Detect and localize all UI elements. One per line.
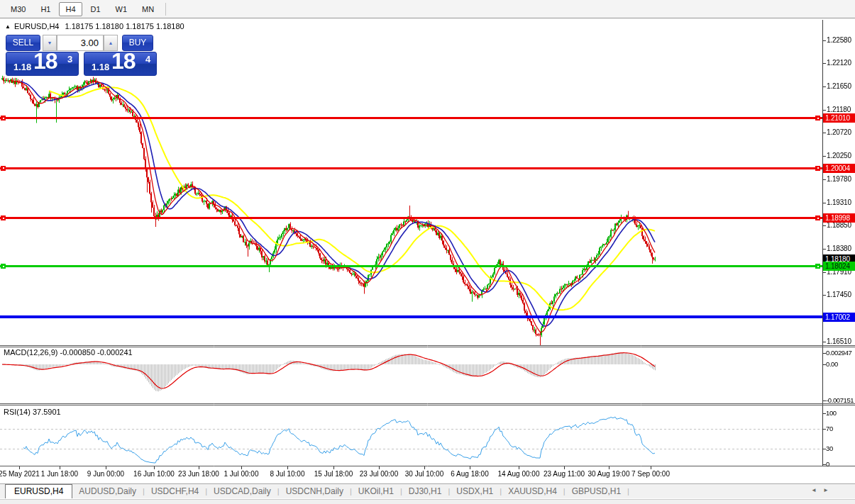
chevron-down-icon: ▼ xyxy=(48,40,53,45)
price-axis-tick: 1.20720 xyxy=(827,128,851,137)
chart-header: ▲ EURUSD,H4 1.18175 1.18180 1.18175 1.18… xyxy=(5,22,184,30)
line-handle[interactable] xyxy=(815,264,820,269)
tab-scroll-left-icon[interactable]: ◄ xyxy=(811,487,817,493)
chart-ohlc-values: 1.18175 1.18180 1.18175 1.18180 xyxy=(65,22,184,30)
chart-tab-usdcnh-daily[interactable]: USDCNH,Daily xyxy=(280,484,350,498)
timeframe-toolbar: M30H1H4D1W1MN xyxy=(0,0,855,18)
price-axis-tick: 1.19780 xyxy=(827,175,851,184)
sell-price-big: 18 xyxy=(33,48,57,74)
horizontal-line-1-18024[interactable] xyxy=(0,265,822,267)
rsi-axis-label: 100 xyxy=(826,409,837,418)
line-handle[interactable] xyxy=(815,116,820,121)
chevron-up-icon: ▲ xyxy=(109,40,114,45)
tab-separator: | xyxy=(627,484,629,498)
chart-tab-ukoil-h1[interactable]: UKOil,H1 xyxy=(352,484,400,498)
time-axis-label: 25 May 2021 xyxy=(0,470,40,478)
macd-axis-label: -0.007151 xyxy=(826,396,854,405)
macd-axis-label: 0.002947 xyxy=(826,349,851,357)
timeframe-button-d1[interactable]: D1 xyxy=(84,2,107,16)
time-axis-label: 30 Aug 19:00 xyxy=(588,470,630,478)
toolbar-divider xyxy=(165,3,166,16)
line-handle[interactable] xyxy=(815,215,820,220)
price-axis-tick: 1.17450 xyxy=(827,291,851,299)
chart-tab-xauusd-h4[interactable]: XAUUSD,H4 xyxy=(502,484,563,498)
line-handle[interactable] xyxy=(1,116,6,121)
line-handle[interactable] xyxy=(1,264,6,269)
chart-tab-eurusd-h4[interactable]: EURUSD,H4 xyxy=(5,484,72,498)
chart-tab-dj30-h1[interactable]: DJ30,H1 xyxy=(402,484,448,498)
line-handle[interactable] xyxy=(1,215,6,220)
price-axis-tick: 1.20250 xyxy=(827,152,851,160)
horizontal-line-1-21010[interactable] xyxy=(0,117,822,119)
timeframe-button-m30[interactable]: M30 xyxy=(4,2,32,16)
rsi-axis-label: 30 xyxy=(826,444,833,453)
horizontal-line-1-20004[interactable] xyxy=(0,167,822,169)
buy-price-prefix: 1.18 xyxy=(92,62,109,72)
collapse-arrow-icon[interactable]: ▲ xyxy=(5,23,11,30)
chart-tab-usdcad-daily[interactable]: USDCAD,Daily xyxy=(207,484,277,498)
price-axis-tick: 1.19310 xyxy=(827,198,851,207)
time-axis-label: 6 Aug 18:00 xyxy=(451,470,488,478)
rsi-axis-label: 0 xyxy=(826,460,829,469)
timeframe-button-h4[interactable]: H4 xyxy=(59,2,82,16)
status-bar xyxy=(0,499,855,504)
timeframe-button-mn[interactable]: MN xyxy=(136,2,160,16)
sell-price-pip: 3 xyxy=(67,54,72,65)
price-axis-tick: 1.21650 xyxy=(827,82,851,91)
price-axis-tick: 1.18380 xyxy=(827,245,851,253)
time-axis-label: 8 Jul 10:00 xyxy=(270,470,305,478)
volume-input[interactable] xyxy=(57,35,104,51)
horizontal-line-1-18998[interactable] xyxy=(0,217,822,219)
time-axis-label: 9 Jun 00:00 xyxy=(87,470,124,478)
chart-tab-usdx-h1[interactable]: USDX,H1 xyxy=(450,484,500,498)
macd-indicator-label: MACD(12,26,9) -0.000850 -0.000241 xyxy=(4,348,133,357)
time-axis-label: 14 Aug 00:00 xyxy=(498,470,540,478)
time-axis-label: 16 Jun 10:00 xyxy=(133,470,175,478)
line-handle[interactable] xyxy=(1,166,6,171)
macd-axis-label: 0.00 xyxy=(826,360,838,369)
line-handle[interactable] xyxy=(815,166,820,171)
time-axis-label: 7 Sep 00:00 xyxy=(631,470,670,478)
time-axis-label: 1 Jul 00:00 xyxy=(224,470,259,478)
buy-price-box[interactable]: 1.18 18 4 xyxy=(84,52,157,76)
time-axis-label: 1 Jun 18:00 xyxy=(41,470,78,478)
sell-price-prefix: 1.18 xyxy=(13,62,31,72)
price-line-tag: 1.18024 xyxy=(823,262,855,271)
time-axis-label: 23 Jul 00:00 xyxy=(360,470,399,478)
chart-tab-usdchf-h4[interactable]: USDCHF,H4 xyxy=(145,484,205,498)
time-axis-label: 23 Jun 18:00 xyxy=(178,470,219,478)
price-line-tag: 1.18998 xyxy=(823,213,855,223)
chart-tab-bar: EURUSD,H4AUDUSD,Daily|USDCHF,H4|USDCAD,D… xyxy=(0,483,855,498)
timeframe-button-h1[interactable]: H1 xyxy=(34,2,57,16)
time-axis-label: 30 Jul 10:00 xyxy=(405,470,444,478)
price-line-tag: 1.21010 xyxy=(823,113,855,123)
price-axis-tick: 1.16510 xyxy=(827,337,851,346)
chart-tab-audusd-daily[interactable]: AUDUSD,Daily xyxy=(72,484,143,498)
chart-tab-gbpusd-h1[interactable]: GBPUSD,H1 xyxy=(566,484,627,498)
time-axis-label: 23 Aug 11:00 xyxy=(544,470,585,478)
price-line-tag: 1.17002 xyxy=(823,313,855,322)
buy-price-pip: 4 xyxy=(145,54,150,65)
chart-symbol-title: EURUSD,H4 xyxy=(14,22,60,30)
rsi-axis-label: 70 xyxy=(826,425,833,433)
price-axis-tick: 1.21180 xyxy=(827,106,851,114)
timeframe-button-w1[interactable]: W1 xyxy=(109,2,134,16)
price-axis-tick: 1.22120 xyxy=(827,59,851,67)
sell-price-box[interactable]: 1.18 18 3 xyxy=(6,52,79,76)
price-line-tag: 1.20004 xyxy=(823,164,855,173)
horizontal-line-1-17002[interactable] xyxy=(0,315,822,318)
buy-price-big: 18 xyxy=(111,48,136,74)
tab-scroll-right-icon[interactable]: ► xyxy=(823,487,829,493)
price-axis-tick: 1.22580 xyxy=(827,36,851,45)
rsi-indicator-label: RSI(14) 37.5901 xyxy=(4,408,61,416)
time-axis-label: 15 Jul 18:00 xyxy=(314,470,353,478)
